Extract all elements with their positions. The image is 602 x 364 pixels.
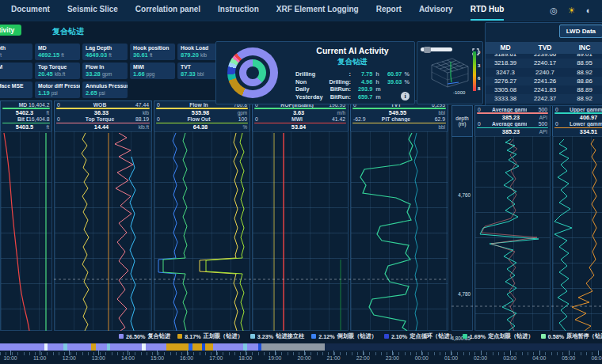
- timeline-segment[interactable]: [67, 343, 91, 351]
- time-tick-label: 10:00: [0, 355, 25, 361]
- lwd-cell-md: 3333.38: [486, 94, 525, 103]
- metric-label: Surface MSE: [0, 83, 29, 89]
- nav-item[interactable]: Advisory: [419, 0, 453, 21]
- gamma-plot[interactable]: [552, 136, 602, 331]
- metric-card: Lag Depth 4649.03 ft: [82, 44, 128, 60]
- time-tick-label: 11:00: [25, 355, 55, 361]
- timeline-segment[interactable]: [48, 343, 63, 351]
- timeline-segment[interactable]: [110, 343, 142, 351]
- lwd-cell-md: 3247.3: [486, 68, 525, 77]
- legend-item[interactable]: 26.50% 复合钻进: [119, 332, 170, 340]
- metric-label: Motor diff Pressure: [38, 83, 77, 89]
- time-tick-label: 19:00: [260, 355, 289, 361]
- toolbar-icon[interactable]: ◎: [550, 0, 558, 21]
- nav-item[interactable]: RTD Hub: [471, 0, 505, 21]
- zoom-slider-handle[interactable]: [424, 47, 431, 53]
- metric-card: Flow In 33.28 gpm: [82, 63, 128, 79]
- nav-item[interactable]: Document: [11, 0, 50, 21]
- nav-item[interactable]: Instruction: [218, 0, 259, 21]
- metric-value: 1.66 ppg: [133, 70, 172, 78]
- track-header: 0Average gamma (near)500 385.23API 0Aver…: [474, 105, 551, 136]
- lwd-data-button[interactable]: LWD Data: [559, 25, 602, 38]
- timeline-segment[interactable]: [146, 343, 166, 351]
- track-plot[interactable]: [252, 131, 349, 331]
- lwd-column-header: MD: [486, 42, 525, 54]
- track-plot[interactable]: [54, 131, 152, 331]
- ai-activity-mode: 复合钻进: [295, 57, 410, 67]
- timeline-segment[interactable]: [192, 343, 202, 351]
- nav-item[interactable]: Report: [376, 0, 402, 21]
- time-tick-label: 22:00: [349, 355, 378, 361]
- legend-item[interactable]: 1.69% 定点划眼（钻进）: [463, 332, 534, 340]
- gamma-track[interactable]: 0Upper gamma (near)500 406.97 0Lower gam…: [552, 105, 602, 331]
- color-scale-tick: 6: [478, 76, 480, 81]
- metrics-panel: Depth 15 ft MD 4692.15 ft Lag Depth 4649…: [0, 44, 223, 100]
- nav-item[interactable]: Seismic Slice: [67, 0, 118, 21]
- metric-card: Surface MSE Ksi: [0, 82, 32, 98]
- log-track[interactable]: 0Flow In760.8 535.98gpm 0Flow Out100 64.…: [154, 100, 250, 331]
- track-header: MD16,404.2 5402.3ft Bit Depth16,404.8 54…: [0, 100, 52, 131]
- metric-label: Hook position: [133, 45, 172, 51]
- track-plot[interactable]: [350, 131, 448, 331]
- depth-tick-label: 4,760: [458, 192, 471, 198]
- nav-item[interactable]: XRF Element Logging: [276, 0, 359, 21]
- legend-item[interactable]: 0.58% 原地暂停（钻进）: [541, 332, 602, 340]
- timeline-segment[interactable]: [0, 343, 44, 351]
- legend-label: 正划眼（钻进）: [204, 332, 243, 340]
- time-tick-label: 21:00: [319, 355, 349, 361]
- log-track[interactable]: 0TVT6,293 549.55bbl -62.9PIT change62.9 …: [350, 100, 448, 331]
- nav-item[interactable]: Correlation panel: [135, 0, 200, 21]
- log-track[interactable]: 0ROP(Instant)196.95 3.63m/h 0MWI41.42 53…: [252, 100, 349, 331]
- time-tick-label: 20:00: [289, 355, 318, 361]
- lwd-column-header: INC: [565, 42, 602, 54]
- metric-value: rpm: [0, 70, 29, 78]
- activity-badge[interactable]: AI Activity: [0, 25, 21, 36]
- time-tick-label: 23:00: [378, 355, 407, 361]
- lwd-cell-tvd: 2240.17: [525, 59, 565, 67]
- timeline-segment[interactable]: [205, 343, 213, 351]
- ai-activity-panel: Current AI Activity 复合钻进 Drilling : 7.75…: [215, 41, 415, 104]
- lwd-cell-md: 3305.08: [486, 85, 525, 94]
- gamma-track[interactable]: 0Average gamma (near)500 385.23API 0Aver…: [474, 105, 551, 331]
- toolbar-icon[interactable]: ◐: [586, 0, 592, 21]
- metric-card: MD 4692.15 ft: [35, 44, 80, 60]
- activity-timeline-bar[interactable]: [0, 343, 602, 351]
- metric-label: TVT: [181, 64, 219, 70]
- log-track[interactable]: 0WOB47.44 36.33klb 0Top Torque88.19 14.4…: [54, 100, 152, 331]
- legend-item[interactable]: 2.10% 定点循环（钻进）: [384, 332, 455, 340]
- timeline-segment[interactable]: [325, 343, 602, 351]
- metric-label: MWI: [133, 64, 172, 70]
- metric-label: Top Torque: [38, 64, 77, 70]
- gamma-plot[interactable]: [474, 136, 551, 331]
- legend-item[interactable]: 2.12% 倒划眼（钻进）: [311, 332, 377, 340]
- metric-value: 879.20 klb: [181, 51, 219, 59]
- metric-unit: ft: [150, 52, 153, 58]
- legend-item[interactable]: 8.17% 正划眼（钻进）: [177, 332, 243, 340]
- legend-pct: 8.17%: [185, 333, 200, 340]
- timeline-segment[interactable]: [166, 343, 189, 351]
- toolbar-icon[interactable]: ☀: [568, 0, 576, 21]
- lwd-table-row: 3247.3 2240.7 88.92: [486, 68, 602, 77]
- timeline-segment[interactable]: [247, 343, 258, 351]
- lwd-table-row: 3276.27 2241.26 88.86: [486, 77, 602, 85]
- metric-unit: gpm: [102, 71, 112, 77]
- timeline-segment[interactable]: [96, 343, 107, 351]
- timeline-segment[interactable]: [261, 343, 325, 351]
- metric-value: 2.65 psi: [86, 89, 124, 97]
- lwd-cell-md: 3276.27: [486, 77, 525, 85]
- time-tick-label: 04:00: [524, 355, 554, 361]
- info-icon[interactable]: i: [401, 92, 410, 100]
- trajectory-3d-view[interactable]: [427, 55, 471, 90]
- track-plot[interactable]: [154, 131, 250, 331]
- lwd-cell-tvd: 2242.37: [525, 94, 565, 103]
- metric-value: 20.45 klb.ft: [38, 70, 77, 78]
- legend-swatch: [311, 334, 316, 339]
- activity-legend: 26.50% 复合钻进 8.17% 正划眼（钻进） 3.23% 钻进接立柱 2.…: [119, 332, 602, 340]
- metric-card: Depth 15 ft: [0, 44, 32, 60]
- log-track[interactable]: MD16,404.2 5402.3ft Bit Depth16,404.8 54…: [0, 100, 52, 331]
- track-plot[interactable]: [0, 131, 52, 331]
- depth-axis-label: depth (m): [452, 105, 473, 137]
- timeline-segment[interactable]: [213, 343, 243, 351]
- depth-axis: 4,7604,7804,800.85: [452, 137, 473, 331]
- legend-item[interactable]: 3.23% 钻进接立柱: [250, 332, 304, 340]
